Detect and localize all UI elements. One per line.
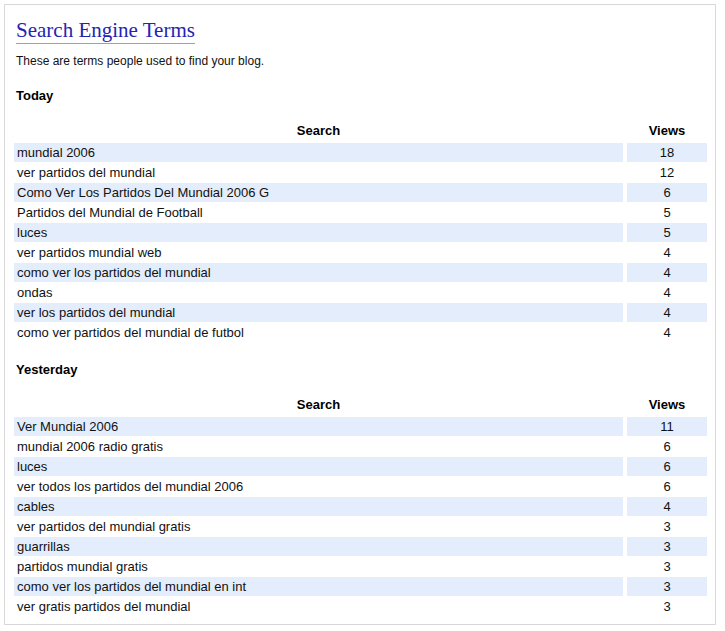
search-term-cell: como ver partidos del mundial de futbol — [14, 323, 623, 342]
column-header-search: Search — [14, 122, 623, 140]
search-term-cell: mundial 2006 radio gratis — [14, 437, 623, 456]
table-row: ver todos los partidos del mundial 20066 — [14, 477, 707, 496]
table-row: como ver partidos del mundial de futbol4 — [14, 323, 707, 342]
views-count-cell: 6 — [627, 457, 707, 476]
table-row: ondas4 — [14, 283, 707, 302]
views-count-cell: 4 — [627, 497, 707, 516]
views-count-cell: 6 — [627, 183, 707, 202]
search-term-cell: partidos mundial gratis — [14, 557, 623, 576]
views-count-cell: 12 — [627, 163, 707, 182]
search-term-cell: Como Ver Los Partidos Del Mundial 2006 G — [14, 183, 623, 202]
views-count-cell: 6 — [627, 477, 707, 496]
table-row: partidos mundial gratis3 — [14, 557, 707, 576]
search-term-cell: ver los partidos del mundial — [14, 303, 623, 322]
views-count-cell: 4 — [627, 303, 707, 322]
column-header-search: Search — [14, 396, 623, 414]
views-count-cell: 6 — [627, 437, 707, 456]
table-header-row: Search Views — [14, 122, 707, 140]
search-term-cell: Ver Mundial 2006 — [14, 417, 623, 436]
table-row: ver partidos del mundial12 — [14, 163, 707, 182]
views-count-cell: 11 — [627, 417, 707, 436]
page-title-link[interactable]: Search Engine Terms — [16, 18, 195, 44]
table-row: Ver Mundial 200611 — [14, 417, 707, 436]
views-count-cell: 5 — [627, 223, 707, 242]
table-row: luces5 — [14, 223, 707, 242]
search-terms-table-yesterday: Search Views Ver Mundial 200611mundial 2… — [14, 396, 707, 616]
stats-panel: Search Engine Terms These are terms peop… — [4, 4, 716, 625]
search-term-cell: como ver los partidos del mundial en int — [14, 577, 623, 596]
table-row: cables4 — [14, 497, 707, 516]
table-row: como ver los partidos del mundial en int… — [14, 577, 707, 596]
section-heading-today: Today — [16, 88, 707, 103]
search-term-cell: cables — [14, 497, 623, 516]
views-count-cell: 3 — [627, 577, 707, 596]
table-row: luces6 — [14, 457, 707, 476]
table-row: ver partidos del mundial gratis3 — [14, 517, 707, 536]
search-term-cell: luces — [14, 223, 623, 242]
views-count-cell: 3 — [627, 517, 707, 536]
column-header-views: Views — [627, 122, 707, 140]
section-heading-yesterday: Yesterday — [16, 362, 707, 377]
search-term-cell: ver partidos mundial web — [14, 243, 623, 262]
search-terms-table-today: Search Views mundial 200618ver partidos … — [14, 122, 707, 342]
search-term-cell: ver partidos del mundial — [14, 163, 623, 182]
search-term-cell: ondas — [14, 283, 623, 302]
table-row: Partidos del Mundial de Football5 — [14, 203, 707, 222]
table-row: mundial 2006 radio gratis6 — [14, 437, 707, 456]
table-body: Ver Mundial 200611mundial 2006 radio gra… — [14, 417, 707, 616]
views-count-cell: 5 — [627, 203, 707, 222]
table-row: mundial 200618 — [14, 143, 707, 162]
search-term-cell: ver partidos del mundial gratis — [14, 517, 623, 536]
search-term-cell: Partidos del Mundial de Football — [14, 203, 623, 222]
views-count-cell: 4 — [627, 323, 707, 342]
table-row: ver gratis partidos del mundial3 — [14, 597, 707, 616]
table-body: mundial 200618ver partidos del mundial12… — [14, 143, 707, 342]
table-row: como ver los partidos del mundial4 — [14, 263, 707, 282]
views-count-cell: 4 — [627, 283, 707, 302]
search-term-cell: ver todos los partidos del mundial 2006 — [14, 477, 623, 496]
views-count-cell: 18 — [627, 143, 707, 162]
views-count-cell: 3 — [627, 597, 707, 616]
table-row: ver los partidos del mundial4 — [14, 303, 707, 322]
views-count-cell: 3 — [627, 557, 707, 576]
table-row: ver partidos mundial web4 — [14, 243, 707, 262]
search-term-cell: mundial 2006 — [14, 143, 623, 162]
section-yesterday: Yesterday Search Views Ver Mundial 20061… — [14, 362, 707, 616]
search-term-cell: guarrillas — [14, 537, 623, 556]
views-count-cell: 4 — [627, 243, 707, 262]
search-term-cell: como ver los partidos del mundial — [14, 263, 623, 282]
views-count-cell: 3 — [627, 537, 707, 556]
column-header-views: Views — [627, 396, 707, 414]
views-count-cell: 4 — [627, 263, 707, 282]
page-subtitle: These are terms people used to find your… — [16, 54, 707, 68]
section-today: Today Search Views mundial 200618ver par… — [14, 88, 707, 342]
search-term-cell: ver gratis partidos del mundial — [14, 597, 623, 616]
table-header-row: Search Views — [14, 396, 707, 414]
search-term-cell: luces — [14, 457, 623, 476]
table-row: guarrillas3 — [14, 537, 707, 556]
table-row: Como Ver Los Partidos Del Mundial 2006 G… — [14, 183, 707, 202]
